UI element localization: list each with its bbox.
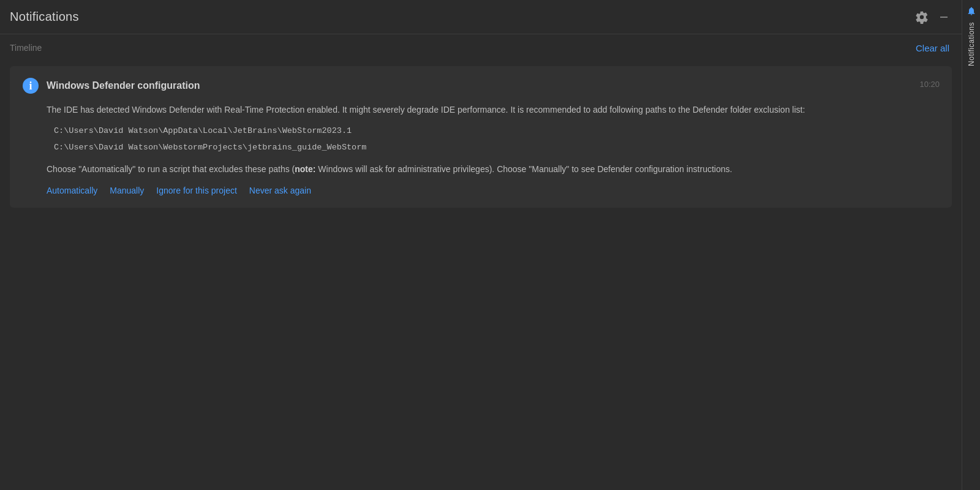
timeline-label: Timeline: [10, 43, 42, 53]
notification-paths: C:\Users\David Watson\AppData\Local\JetB…: [54, 124, 940, 155]
path-2: C:\Users\David Watson\WebstormProjects\j…: [54, 140, 940, 155]
notification-body-p2: Choose "Automatically" to run a script t…: [47, 162, 940, 176]
minimize-icon: [938, 12, 949, 23]
svg-text:i: i: [29, 80, 32, 92]
bell-icon-wrap: [967, 6, 976, 18]
notification-card: i Windows Defender configuration 10:20 T…: [10, 66, 952, 208]
body-p2-prefix: Choose "Automatically" to run a script t…: [47, 164, 295, 174]
notification-title: Windows Defender configuration: [47, 80, 200, 91]
path-1: C:\Users\David Watson\AppData\Local\JetB…: [54, 124, 940, 138]
notifications-tab[interactable]: Notifications: [962, 0, 980, 66]
notification-title-row: i Windows Defender configuration: [22, 77, 200, 94]
info-icon: i: [22, 77, 39, 94]
manually-button[interactable]: Manually: [110, 186, 144, 195]
notification-header: i Windows Defender configuration 10:20: [22, 77, 940, 94]
right-sidebar: Notifications: [962, 0, 980, 490]
main-panel: Notifications Timeline Clear all: [0, 0, 962, 490]
notifications-list: i Windows Defender configuration 10:20 T…: [0, 61, 962, 490]
never-ask-again-button[interactable]: Never ask again: [249, 186, 311, 195]
header: Notifications: [0, 0, 962, 34]
clear-all-button[interactable]: Clear all: [913, 42, 952, 55]
automatically-button[interactable]: Automatically: [47, 186, 97, 195]
notification-time: 10:20: [919, 80, 940, 89]
vertical-tab-label[interactable]: Notifications: [967, 22, 976, 66]
header-actions: [913, 8, 952, 26]
notification-body: The IDE has detected Windows Defender wi…: [47, 103, 940, 176]
subheader: Timeline Clear all: [0, 34, 962, 61]
body-p2-bold: note:: [295, 164, 315, 174]
gear-icon: [915, 10, 929, 24]
settings-button[interactable]: [913, 8, 931, 26]
notification-actions: Automatically Manually Ignore for this p…: [47, 186, 940, 195]
body-p2-suffix: Windows will ask for administrative priv…: [315, 164, 732, 174]
notification-body-p1: The IDE has detected Windows Defender wi…: [47, 103, 940, 116]
ignore-project-button[interactable]: Ignore for this project: [156, 186, 237, 195]
page-title: Notifications: [10, 10, 79, 24]
minimize-button[interactable]: [936, 9, 952, 25]
bell-icon: [967, 6, 976, 16]
svg-rect-0: [940, 17, 948, 18]
